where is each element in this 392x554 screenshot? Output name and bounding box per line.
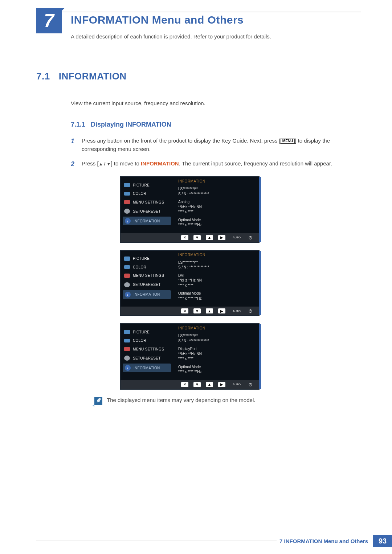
- chapter-number-box: 7: [36, 8, 62, 33]
- osd-optimal-value: **** x **** **Hz: [178, 296, 255, 301]
- osd-power-button[interactable]: [248, 308, 253, 313]
- osd-right-panel: INFORMATION LS********/** S / N : ******…: [173, 251, 259, 307]
- osd-model: LS********/**: [178, 260, 255, 265]
- osd-button-bar: ✕ ▼ ▲ ▶ AUTO: [121, 380, 259, 389]
- step-2: 2 Press [▲ / ▼] to move to INFORMATION. …: [71, 159, 359, 169]
- osd-model: LS********/**: [178, 333, 255, 338]
- menu-settings-icon: [124, 274, 130, 278]
- osd-serial: S / N : **************: [178, 192, 255, 197]
- info-icon: [125, 218, 131, 224]
- osd-optimal-value: **** x **** **Hz: [178, 222, 255, 227]
- gear-icon: [124, 209, 130, 214]
- osd-item-information[interactable]: INFORMATION: [123, 217, 171, 225]
- osd-close-button[interactable]: ✕: [181, 308, 188, 313]
- osd-power-button[interactable]: [248, 382, 253, 387]
- menu-settings-icon: [124, 200, 130, 204]
- monitor-icon: [124, 183, 130, 187]
- osd-item-color[interactable]: COLOR: [121, 336, 173, 345]
- osd-play-button[interactable]: ▶: [218, 382, 225, 387]
- osd-up-button[interactable]: ▲: [206, 308, 213, 313]
- osd-left-menu: PICTURE COLOR MENU SETTINGS SETUP&RESET …: [121, 177, 173, 233]
- osd-accent-strip: [259, 177, 261, 242]
- osd-serial: S / N : **************: [178, 338, 255, 344]
- osd-source: Analog: [178, 200, 255, 205]
- osd-accent-strip: [259, 251, 261, 316]
- osd-frequency: **kHz **Hz NN: [178, 205, 255, 210]
- osd-power-button[interactable]: [248, 235, 253, 240]
- section-number: 7.1: [36, 71, 50, 82]
- osd-item-picture[interactable]: PICTURE: [121, 254, 173, 263]
- osd-right-panel: INFORMATION LS********/** S / N : ******…: [173, 324, 259, 380]
- osd-play-button[interactable]: ▶: [218, 308, 225, 313]
- chapter-number: 7: [44, 10, 54, 31]
- steps-list: 1 Press any button on the front of the p…: [71, 136, 359, 169]
- osd-panel-header: INFORMATION: [178, 326, 255, 330]
- osd-optimal-label: Optimal Mode: [178, 218, 255, 223]
- osd-left-menu: PICTURE COLOR MENU SETTINGS SETUP&RESET …: [121, 251, 173, 307]
- osd-up-button[interactable]: ▲: [206, 235, 213, 240]
- section-body: View the current input source, frequency…: [71, 100, 359, 106]
- osd-up-button[interactable]: ▲: [206, 382, 213, 387]
- osd-auto-button[interactable]: AUTO: [230, 382, 243, 387]
- note-row: The displayed menu items may vary depend…: [94, 397, 359, 405]
- osd-item-picture[interactable]: PICTURE: [121, 181, 173, 189]
- top-rule: [36, 12, 361, 12]
- chapter-subtitle: A detailed description of each function …: [71, 33, 271, 40]
- osd-item-menu-settings[interactable]: MENU SETTINGS: [121, 198, 173, 206]
- osd-down-button[interactable]: ▼: [193, 308, 201, 313]
- gear-icon: [124, 282, 130, 287]
- osd-accent-strip: [259, 324, 261, 389]
- osd-item-setup-reset[interactable]: SETUP&RESET: [121, 280, 173, 290]
- osd-preview-displayport: PICTURE COLOR MENU SETTINGS SETUP&RESET …: [120, 323, 260, 390]
- subsection-number: 7.1.1: [71, 121, 85, 128]
- osd-resolution: **** x ****: [178, 209, 255, 214]
- osd-item-information[interactable]: INFORMATION: [123, 364, 171, 372]
- osd-panel-header: INFORMATION: [178, 179, 255, 183]
- menu-settings-icon: [124, 347, 130, 351]
- osd-source: DisplayPort: [178, 346, 255, 352]
- note-text: The displayed menu items may vary depend…: [107, 397, 255, 403]
- osd-optimal-value: **** x **** **Hz: [178, 369, 255, 374]
- info-icon: [125, 365, 131, 371]
- gear-icon: [124, 356, 130, 361]
- osd-preview-dvi: PICTURE COLOR MENU SETTINGS SETUP&RESET …: [120, 250, 260, 316]
- osd-source: DVI: [178, 273, 255, 278]
- osd-frequency: **kHz **Hz NN: [178, 352, 255, 357]
- osd-optimal-label: Optimal Mode: [178, 365, 255, 370]
- osd-serial: S / N : **************: [178, 265, 255, 270]
- osd-optimal-label: Optimal Mode: [178, 291, 255, 296]
- osd-down-button[interactable]: ▼: [193, 235, 201, 240]
- osd-auto-button[interactable]: AUTO: [230, 235, 243, 240]
- osd-play-button[interactable]: ▶: [218, 235, 225, 240]
- osd-item-color[interactable]: COLOR: [121, 263, 173, 271]
- osd-close-button[interactable]: ✕: [181, 382, 188, 387]
- osd-resolution: **** x ****: [178, 356, 255, 361]
- osd-item-menu-settings[interactable]: MENU SETTINGS: [121, 271, 173, 280]
- monitor-icon: [124, 330, 130, 334]
- subsection-heading: 7.1.1 Displaying INFORMATION: [71, 121, 359, 128]
- osd-item-setup-reset[interactable]: SETUP&RESET: [121, 353, 173, 363]
- osd-auto-button[interactable]: AUTO: [230, 308, 243, 313]
- osd-panel-header: INFORMATION: [178, 253, 255, 257]
- osd-item-setup-reset[interactable]: SETUP&RESET: [121, 206, 173, 216]
- osd-resolution: **** x ****: [178, 283, 255, 288]
- osd-item-picture[interactable]: PICTURE: [121, 328, 173, 336]
- page-footer: 7 INFORMATION Menu and Others 93: [36, 535, 392, 547]
- info-icon: [125, 292, 131, 297]
- up-down-arrows-icon: ▲ / ▼: [99, 161, 111, 167]
- osd-right-panel: INFORMATION LS********/** S / N : ******…: [173, 177, 259, 233]
- osd-close-button[interactable]: ✕: [181, 235, 188, 240]
- osd-down-button[interactable]: ▼: [193, 382, 201, 387]
- menu-button-icon: MENU: [281, 139, 295, 144]
- osd-item-color[interactable]: COLOR: [121, 189, 173, 198]
- subsection-title: Displaying INFORMATION: [91, 121, 171, 128]
- osd-button-bar: ✕ ▼ ▲ ▶ AUTO: [121, 233, 259, 242]
- page-number: 93: [373, 535, 392, 547]
- osd-preview-analog: PICTURE COLOR MENU SETTINGS SETUP&RESET …: [120, 176, 260, 243]
- section-title: INFORMATION: [59, 71, 127, 82]
- palette-icon: [124, 339, 130, 342]
- osd-item-information[interactable]: INFORMATION: [123, 290, 171, 299]
- step-1-text: Press any button on the front of the pro…: [82, 136, 359, 153]
- note-icon: [94, 397, 102, 405]
- osd-item-menu-settings[interactable]: MENU SETTINGS: [121, 345, 173, 353]
